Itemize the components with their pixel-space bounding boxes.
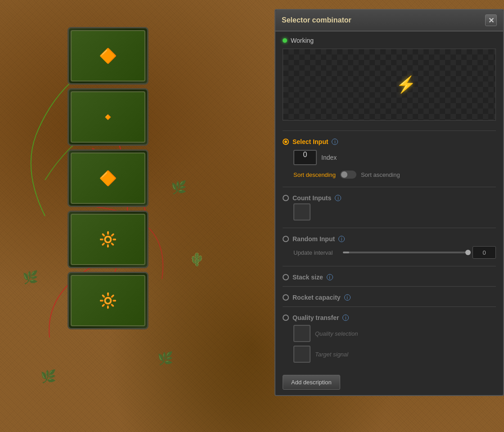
divider-1 [283, 130, 496, 131]
divider-4 [283, 266, 496, 266]
sort-descending-label: Sort descending [293, 171, 336, 178]
panel-header: Selector combinator ✕ [275, 10, 503, 32]
divider-2 [283, 187, 496, 187]
random-input-radio[interactable] [283, 236, 289, 242]
sort-ascending-label: Sort ascending [361, 171, 400, 178]
plant-2: 🌵 [189, 252, 205, 267]
quality-transfer-option[interactable]: Quality transfer i [283, 310, 496, 323]
update-interval-label: Update interval [293, 249, 338, 256]
random-input-label: Random Input [292, 235, 335, 243]
combinator-unit-3: 🔶 [68, 149, 148, 207]
index-input[interactable]: 0 [293, 150, 317, 165]
add-description-button[interactable]: Add description [283, 375, 340, 390]
rocket-capacity-option[interactable]: Rocket capacity i [283, 290, 496, 303]
target-signal-row: Target signal [293, 346, 496, 363]
random-input-info-icon[interactable]: i [338, 236, 345, 242]
divider-6 [283, 306, 496, 307]
combinator-icon-3: 🔶 [99, 170, 117, 187]
combinator-icon-2: 🔸 [99, 108, 117, 126]
slider-thumb[interactable] [465, 250, 471, 255]
combinator-stack: 🔶 🔸 🔶 🔆 🔆 [63, 27, 153, 333]
rocket-capacity-radio[interactable] [283, 294, 289, 301]
plant-3: 🌿 [22, 270, 38, 285]
toggle-knob [341, 171, 347, 178]
status-indicator [283, 38, 287, 43]
count-inputs-signal-slot[interactable] [293, 203, 310, 220]
stack-size-radio[interactable] [283, 274, 289, 280]
plant-5: 🌿 [158, 351, 173, 366]
entity-preview: ⚡ [283, 49, 496, 121]
divider-5 [283, 286, 496, 287]
close-button[interactable]: ✕ [485, 14, 497, 26]
count-inputs-info-icon[interactable]: i [335, 195, 341, 201]
count-inputs-radio[interactable] [283, 195, 289, 201]
select-input-label: Select Input [292, 138, 328, 145]
combinator-unit-1: 🔶 [68, 27, 148, 85]
stack-size-label: Stack size [292, 274, 323, 281]
update-interval-row: Update interval 0 [283, 244, 496, 262]
panel-title: Selector combinator [282, 16, 351, 24]
index-label: Index [321, 154, 337, 161]
count-inputs-option[interactable]: Count Inputs i [283, 191, 496, 203]
quality-transfer-info-icon[interactable]: i [342, 315, 349, 321]
panel-body: Working ⚡ Select Input i 0 Index Sort de… [275, 32, 503, 369]
target-signal-placeholder: Target signal [315, 351, 348, 358]
status-row: Working [283, 37, 496, 44]
selector-combinator-panel: Selector combinator ✕ Working ⚡ Select I… [274, 9, 504, 396]
quality-transfer-radio[interactable] [283, 315, 289, 321]
combinator-icon-1: 🔶 [99, 47, 117, 64]
combinator-unit-5: 🔆 [68, 272, 148, 329]
checker-bg [283, 49, 495, 120]
quality-transfer-label: Quality transfer [292, 314, 339, 321]
rocket-capacity-info-icon[interactable]: i [344, 294, 351, 301]
combinator-icon-4: 🔆 [99, 231, 117, 248]
quality-slots: Quality selection Target signal [283, 323, 496, 363]
quality-selection-placeholder: Quality selection [315, 330, 358, 337]
random-input-option[interactable]: Random Input i [283, 232, 496, 244]
update-interval-value[interactable]: 0 [472, 246, 496, 259]
index-row: 0 Index [283, 147, 496, 168]
combinator-unit-4: 🔆 [68, 211, 148, 268]
select-input-option[interactable]: Select Input i [283, 135, 496, 147]
quality-selection-slot[interactable] [293, 325, 310, 342]
rocket-capacity-label: Rocket capacity [292, 294, 341, 301]
quality-selection-row: Quality selection [293, 325, 496, 342]
stack-size-option[interactable]: Stack size i [283, 270, 496, 283]
combinator-unit-2: 🔸 [68, 88, 148, 146]
count-inputs-label: Count Inputs [292, 194, 331, 202]
select-input-info-icon[interactable]: i [332, 139, 338, 145]
update-interval-slider[interactable] [343, 252, 468, 253]
stack-size-info-icon[interactable]: i [327, 274, 333, 280]
status-text: Working [291, 37, 314, 44]
target-signal-slot[interactable] [293, 346, 310, 363]
slider-fill [343, 252, 349, 253]
plant-1: 🌿 [171, 180, 187, 195]
plant-4: 🌿 [40, 369, 56, 384]
preview-entity-icon: ⚡ [396, 75, 416, 94]
select-input-radio[interactable] [283, 139, 289, 145]
sort-toggle[interactable] [340, 171, 356, 179]
sort-row: Sort descending Sort ascending [283, 168, 496, 183]
divider-3 [283, 228, 496, 228]
combinator-icon-5: 🔆 [99, 292, 117, 309]
